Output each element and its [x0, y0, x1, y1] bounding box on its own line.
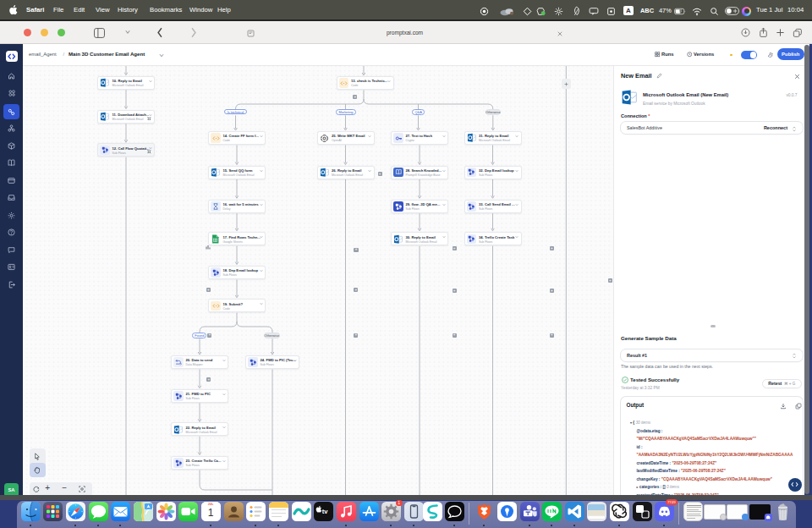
svg-text:tv: tv [321, 508, 327, 515]
